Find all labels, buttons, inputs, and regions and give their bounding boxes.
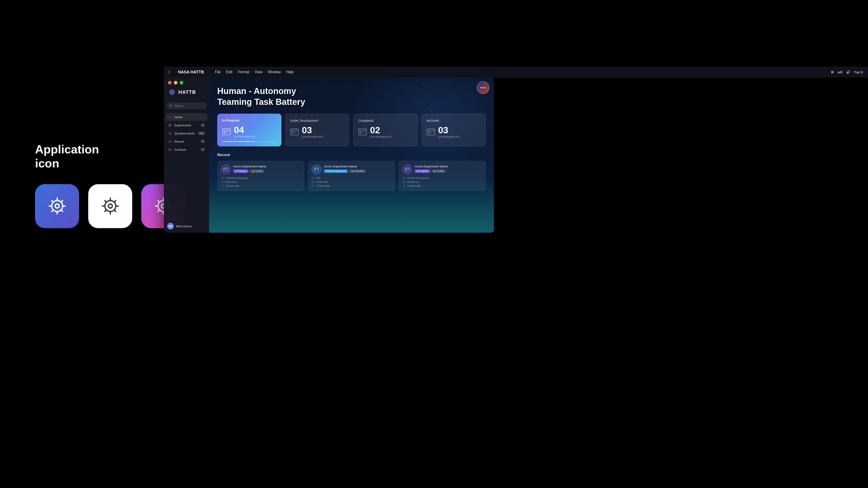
recent-item-badges-0: In Progress 🔒 Locked xyxy=(233,169,301,173)
card-completed[interactable]: Completed 02 EXPERIMENTS xyxy=(353,113,418,147)
lock-icon-2: 🔒 xyxy=(433,170,436,172)
menu-format[interactable]: Format xyxy=(238,70,249,74)
time-icon-2: 👤 xyxy=(403,184,406,187)
sidebar-item-home[interactable]: ⌂ Home xyxy=(166,113,207,121)
svg-line-9 xyxy=(52,210,53,212)
sidebar-logo: HATTB xyxy=(164,88,209,103)
menu-edit[interactable]: Edit xyxy=(226,70,232,74)
card-count-archived: 03 xyxy=(438,126,460,135)
lock-badge-0: 🔒 Locked xyxy=(250,169,264,173)
svg-rect-52 xyxy=(360,131,362,134)
svg-rect-72 xyxy=(405,169,406,170)
progress-fill xyxy=(222,141,255,142)
experiments-icon: ⊞ xyxy=(168,123,172,127)
card-content-archived: 03 EXPERIMENTS xyxy=(427,126,481,138)
content-area: NASA Human - Autonomy Teaming Task Batte… xyxy=(209,77,494,233)
app-icon-white[interactable] xyxy=(88,184,132,228)
svg-rect-58 xyxy=(430,131,432,133)
sessions-value-1: 5 Sessions xyxy=(315,181,328,183)
svg-rect-43 xyxy=(226,131,228,133)
recent-item-header-1: Acme Experiment Name Under Development 🔓… xyxy=(312,165,391,174)
recent-item-meta-1: 👥 N/A ⊞ 5 Sessions 👤 2 hours ago xyxy=(312,176,391,187)
svg-rect-64 xyxy=(226,169,227,169)
card-label-completed: EXPERIMENTS xyxy=(370,135,392,138)
recent-item-0[interactable]: Acme Experiment Name In Progress 🔒 Locke… xyxy=(217,161,304,191)
card-content-under-dev: 03 EXPERIMENTS xyxy=(290,126,344,138)
search-placeholder: Search xyxy=(174,104,184,107)
home-icon: ⌂ xyxy=(168,115,172,119)
menubar-wifi-icon: wifi xyxy=(837,70,842,74)
time-icon-1: 👤 xyxy=(312,184,315,187)
sidebar-item-questionnaires[interactable]: ◷ Questionnaires 246 xyxy=(166,129,207,137)
menubar:  NASA HATTB File Edit Format View Windo… xyxy=(164,67,868,77)
menu-view[interactable]: View xyxy=(255,70,262,74)
card-archived[interactable]: Archived 03 EXPERIMENTS xyxy=(421,113,486,147)
questionnaires-icon: ◷ xyxy=(168,131,172,135)
time-value-1: 2 hours ago xyxy=(316,184,330,187)
sessions-row-2: ⊞ 5 Sessions xyxy=(403,180,482,183)
svg-line-36 xyxy=(170,90,170,91)
questionnaires-badge: 246 xyxy=(198,131,205,135)
close-button[interactable] xyxy=(168,81,172,85)
recent-item-1[interactable]: Acme Experiment Name Under Development 🔓… xyxy=(308,161,395,191)
svg-rect-47 xyxy=(292,131,293,134)
recent-item-name-0: Acme Experiment Name xyxy=(233,165,301,168)
app-icon-blue[interactable] xyxy=(35,184,79,228)
time-icon-0: 👤 xyxy=(221,184,224,187)
lock-badge-2: 🔒 Locked xyxy=(431,169,445,173)
apple-menu[interactable]:  xyxy=(168,70,170,74)
svg-rect-63 xyxy=(225,169,226,170)
participants-value-1: N/A xyxy=(316,177,320,180)
card-under-development[interactable]: Under Development 03 EXPE xyxy=(285,113,350,147)
menu-window[interactable]: Window xyxy=(268,70,281,74)
svg-rect-44 xyxy=(228,131,229,132)
svg-rect-68 xyxy=(316,169,317,170)
nav-label-recent: Recent xyxy=(174,140,198,143)
svg-line-16 xyxy=(105,201,106,202)
menubar-volume-icon: 🔊 xyxy=(846,70,850,74)
recent-item-icon-0 xyxy=(221,165,230,174)
sidebar-user[interactable]: MG Mica Garcia xyxy=(164,219,209,233)
recent-item-badges-2: In Progress 🔒 Locked xyxy=(415,169,482,173)
recent-item-icon-1 xyxy=(312,165,321,174)
svg-line-7 xyxy=(61,210,63,212)
menu-file[interactable]: File xyxy=(215,70,221,74)
progress-bar xyxy=(222,141,276,142)
recent-item-2[interactable]: Acme Experiment Name In Progress 🔒 Locke… xyxy=(399,161,486,191)
sidebar-item-archived[interactable]: ⊡ Archived 3 xyxy=(166,146,207,153)
nav-label-archived: Archived xyxy=(174,148,198,151)
sidebar-item-experiments[interactable]: ⊞ Experiments 9 xyxy=(166,121,207,129)
card-label-in-progress: EXPERIMENTS xyxy=(234,135,255,138)
minimize-button[interactable] xyxy=(174,81,178,85)
time-row-0: 👤 2 hours ago xyxy=(221,184,301,187)
svg-line-26 xyxy=(158,201,160,202)
sidebar-search[interactable]: 🔍 Search xyxy=(166,103,206,109)
page-title: Human - Autonomy Teaming Task Battery xyxy=(217,86,486,107)
recent-item-meta-2: 👥 75/100 Participants ⊞ 5 Sessions 👤 2 h xyxy=(403,176,482,187)
card-in-progress[interactable]: In Progress 04 EXPERIMENT xyxy=(217,113,281,147)
card-content-completed: 02 EXPERIMENTS xyxy=(358,126,412,138)
app-name[interactable]: NASA HATTB xyxy=(178,70,204,74)
maximize-button[interactable] xyxy=(180,81,183,85)
sidebar-item-recent[interactable]: ◷ Recent 5 xyxy=(166,138,207,145)
sidebar-nav: ⌂ Home ⊞ Experiments 9 ◷ Questionnaires … xyxy=(164,113,209,219)
participants-row-1: 👥 N/A xyxy=(312,176,391,180)
time-value-0: 2 hours ago xyxy=(225,184,239,187)
app-icon-section: Application icon xyxy=(35,142,185,228)
sessions-icon-2: ⊞ xyxy=(403,180,405,183)
sessions-row-0: ⊞ 5 Sessions xyxy=(221,180,301,183)
recent-item-icon-2 xyxy=(403,165,412,174)
search-icon: 🔍 xyxy=(169,104,173,107)
svg-rect-62 xyxy=(224,169,225,170)
svg-point-1 xyxy=(55,204,59,208)
sessions-icon-1: ⊞ xyxy=(312,180,314,183)
svg-line-29 xyxy=(158,210,160,212)
menu-help[interactable]: Help xyxy=(286,70,293,74)
card-count-completed: 02 xyxy=(370,126,392,135)
card-number-area-under-dev: 03 EXPERIMENTS xyxy=(302,126,323,138)
status-badge-0: In Progress xyxy=(233,169,248,173)
recent-item-header-2: Acme Experiment Name In Progress 🔒 Locke… xyxy=(403,165,482,174)
card-number-area-completed: 02 EXPERIMENTS xyxy=(370,126,392,138)
participants-value-2: 75/100 Participants xyxy=(407,177,429,180)
card-label-archived: EXPERIMENTS xyxy=(438,135,460,138)
